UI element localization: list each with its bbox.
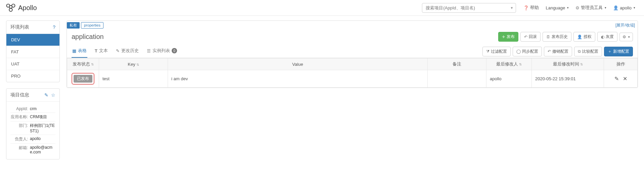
info-row-owner: 负责人: apollo xyxy=(10,135,55,143)
gray-button[interactable]: ◐ 灰度 xyxy=(597,32,617,42)
compare-config-button[interactable]: ⧉ 比较配置 xyxy=(574,47,602,56)
info-label: AppId: xyxy=(10,106,28,111)
info-label: 应用名称: xyxy=(10,114,28,120)
chevron-down-icon: ▾ xyxy=(634,6,635,9)
tab-instances-label: 实例列表 xyxy=(153,48,170,54)
auth-button[interactable]: 👤 授权 xyxy=(573,32,595,42)
env-panel: 环境列表 ? DEV FAT UAT PRO xyxy=(6,20,60,82)
tag-properties: properties xyxy=(81,22,103,29)
cell-key: test xyxy=(99,70,168,88)
edit-icon[interactable]: ✎ xyxy=(44,92,48,98)
user-menu[interactable]: 👤 apollo ▾ xyxy=(610,3,639,12)
edit-icon[interactable]: ✎ xyxy=(614,76,619,82)
admin-label: 管理员工具 xyxy=(581,5,603,11)
admin-tools-menu[interactable]: ⚙ 管理员工具 ▾ xyxy=(572,3,610,13)
settings-menu-button[interactable]: ⚙ ▾ xyxy=(619,33,633,41)
project-info-heading: 项目信息 ✎ ☆ xyxy=(6,89,59,102)
col-modifier[interactable]: 最后修改人⇅ xyxy=(486,58,532,70)
brand[interactable]: Apollo xyxy=(5,3,37,12)
sort-icon: ⇅ xyxy=(91,62,94,66)
tab-instances[interactable]: ☰ 实例列表 0 xyxy=(146,45,178,58)
info-value: 样例部门1(TEST1) xyxy=(30,123,55,133)
text-icon: T xyxy=(95,48,97,53)
question-circle-icon: ❓ xyxy=(523,5,529,10)
info-row-email: 邮箱: apollo@acme.com xyxy=(10,143,55,156)
navbar: Apollo ▼ ❓ 帮助 Language ▾ ⚙ 管理员工具 ▾ 👤 apo… xyxy=(0,0,644,16)
user-label: apollo xyxy=(620,5,632,10)
col-key[interactable]: Key⇅ xyxy=(99,58,168,70)
status-highlight: 已发布 xyxy=(72,73,94,85)
instances-count-badge: 0 xyxy=(172,48,177,53)
sync-config-button[interactable]: ◯ 同步配置 xyxy=(513,47,542,56)
rollback-label: 回滚 xyxy=(529,34,537,40)
env-item-dev[interactable]: DEV xyxy=(6,34,59,46)
tab-changes[interactable]: ✎ 更改历史 xyxy=(115,45,139,58)
star-icon[interactable]: ☆ xyxy=(51,92,55,98)
server-icon: ☰ xyxy=(147,48,151,53)
info-value: CRM项目 xyxy=(30,114,47,120)
info-label: 邮箱: xyxy=(10,145,28,154)
env-item-pro[interactable]: PRO xyxy=(6,70,59,82)
col-value: Value xyxy=(168,58,428,70)
tab-changes-label: 更改历史 xyxy=(121,48,139,54)
search-box[interactable]: ▼ xyxy=(422,3,516,13)
plus-icon: ＋ xyxy=(608,49,612,54)
publish-label: 发布 xyxy=(507,34,515,40)
help-link[interactable]: ❓ 帮助 xyxy=(520,3,542,13)
filter-config-button[interactable]: ⧩ 过滤配置 xyxy=(482,47,511,56)
col-remark: 备注 xyxy=(428,58,486,70)
cell-value: i am dev xyxy=(168,70,428,88)
info-row-appname: 应用名称: CRM项目 xyxy=(10,112,55,121)
info-value: apollo@acme.com xyxy=(30,145,55,154)
compare-label: 比较配置 xyxy=(582,49,598,54)
search-input[interactable] xyxy=(422,3,516,13)
env-item-uat[interactable]: UAT xyxy=(6,58,59,70)
revoke-label: 撤销配置 xyxy=(552,49,568,54)
chevron-down-icon: ▼ xyxy=(510,6,514,10)
language-menu[interactable]: Language ▾ xyxy=(542,3,572,12)
history-button[interactable]: 🗓 发布历史 xyxy=(543,32,571,42)
apollo-logo-icon xyxy=(5,3,16,12)
sort-icon: ⇅ xyxy=(580,62,583,66)
send-icon: ✈ xyxy=(502,35,505,39)
adjust-icon: ◐ xyxy=(601,35,604,39)
namespace-panel: 私有 properties [展开/收缩] application ✈ 发布 ↶… xyxy=(67,20,638,88)
history-label: 发布历史 xyxy=(552,34,568,40)
cell-modifier: apollo xyxy=(486,70,532,88)
publish-button[interactable]: ✈ 发布 xyxy=(498,32,518,42)
revoke-config-button[interactable]: ↶ 撤销配置 xyxy=(544,47,572,56)
col-time[interactable]: 最后修改时间⇅ xyxy=(532,58,604,70)
question-circle-icon[interactable]: ? xyxy=(53,25,55,30)
chevron-down-icon: ▾ xyxy=(605,6,606,9)
tab-grid-label: 表格 xyxy=(78,48,87,54)
filter-label: 过滤配置 xyxy=(491,49,507,54)
info-row-dept: 部门: 样例部门1(TEST1) xyxy=(10,121,55,135)
tab-text[interactable]: T 文本 xyxy=(94,45,109,58)
status-badge: 已发布 xyxy=(74,75,92,83)
auth-label: 授权 xyxy=(584,34,592,40)
language-label: Language xyxy=(546,5,565,10)
close-icon[interactable]: ✕ xyxy=(623,76,627,82)
svg-point-2 xyxy=(9,8,12,11)
help-label: 帮助 xyxy=(530,5,539,11)
namespace-title: application xyxy=(72,33,104,41)
config-table: 发布状态⇅ Key⇅ Value 备注 最后修改人⇅ xyxy=(67,58,638,88)
tab-grid[interactable]: ▦ 表格 xyxy=(72,45,87,58)
col-status[interactable]: 发布状态⇅ xyxy=(67,58,99,70)
compare-icon: ⧉ xyxy=(578,49,581,54)
expand-collapse-link[interactable]: [展开/收缩] xyxy=(615,22,635,28)
env-list: DEV FAT UAT PRO xyxy=(6,34,59,82)
rollback-button[interactable]: ↶ 回滚 xyxy=(520,32,541,42)
grid-icon: ▦ xyxy=(72,48,76,53)
cell-time: 2020-05-22 15:39:01 xyxy=(532,70,604,88)
undo-icon: ↶ xyxy=(524,35,527,39)
env-item-fat[interactable]: FAT xyxy=(6,46,59,58)
filter-icon: ⧩ xyxy=(486,49,489,54)
add-config-button[interactable]: ＋ 新增配置 xyxy=(604,47,633,56)
tag-private: 私有 xyxy=(67,22,80,29)
chevron-down-icon: ▾ xyxy=(567,6,569,9)
env-panel-heading: 环境列表 ? xyxy=(6,21,59,34)
tab-text-label: 文本 xyxy=(99,48,108,54)
add-label: 新增配置 xyxy=(613,49,629,54)
undo-icon: ↶ xyxy=(548,49,551,54)
